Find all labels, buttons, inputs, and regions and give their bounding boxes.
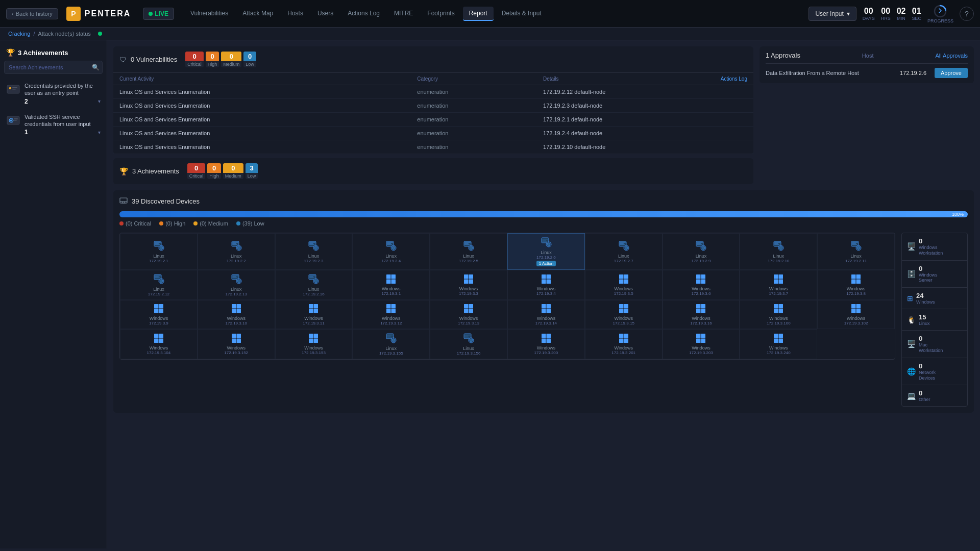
svg-rect-127 xyxy=(469,309,474,314)
achievement-content-1: Credentials provided by the user as an e… xyxy=(24,82,101,105)
achievement-expand-1[interactable]: ▾ xyxy=(98,98,101,104)
device-cell[interactable]: Linux 172.19.2.1 xyxy=(120,233,198,270)
achievements-sub-title: 3 Achievements xyxy=(132,167,179,175)
table-row[interactable]: Linux OS and Services Enumeration enumer… xyxy=(113,127,753,140)
nav-footprints[interactable]: Footprints xyxy=(421,7,460,21)
approve-button[interactable]: Approve xyxy=(935,68,968,78)
device-cell[interactable]: Windows 172.19.3.102 xyxy=(817,300,895,329)
device-cell[interactable]: Windows 172.19.3.240 xyxy=(740,329,817,359)
achievement-meta-2: 1 ▾ xyxy=(24,129,101,136)
device-cell[interactable]: Linux 172.19.2.3 xyxy=(275,233,353,270)
device-ip: 172.19.2.3 xyxy=(304,259,324,263)
device-cell[interactable]: Windows 172.19.3.16 xyxy=(663,300,740,329)
device-cell[interactable]: Windows 172.19.3.104 xyxy=(120,329,198,359)
device-cell[interactable]: Linux 172.19.2.10 xyxy=(740,233,817,270)
device-icon-container xyxy=(773,240,784,253)
all-approvals-link[interactable]: All Approvals xyxy=(935,53,968,59)
device-name: Windows xyxy=(769,345,788,350)
nav-report[interactable]: Report xyxy=(463,7,494,21)
table-row[interactable]: Linux OS and Services Enumeration enumer… xyxy=(113,113,753,127)
device-cell[interactable]: Windows 172.19.3.203 xyxy=(663,329,740,359)
ach-medium-badge: 0 Medium xyxy=(223,163,243,179)
svg-rect-137 xyxy=(701,304,706,309)
device-cell[interactable]: Linux 172.19.2.5 xyxy=(430,233,507,270)
nav-vulnerabilities[interactable]: Vulnerabilities xyxy=(184,7,234,21)
svg-rect-121 xyxy=(391,304,396,309)
back-button[interactable]: ‹ Back to history xyxy=(6,8,58,19)
device-cell[interactable]: Windows 172.19.3.12 xyxy=(352,300,430,329)
achievement-count-1: 2 xyxy=(24,98,28,105)
cat-other: 💻 0 Other xyxy=(902,385,967,406)
device-cell[interactable]: Linux 172.19.2.11 xyxy=(817,233,895,270)
table-row[interactable]: Linux OS and Services Enumeration enumer… xyxy=(113,140,753,154)
device-cell[interactable]: Linux 172.19.3.155 xyxy=(352,329,430,359)
svg-rect-5 xyxy=(12,89,16,90)
device-cell[interactable]: Windows 172.19.3.100 xyxy=(740,300,817,329)
nav-details-input[interactable]: Details & Input xyxy=(496,7,548,21)
svg-rect-58 xyxy=(774,244,779,245)
device-cell[interactable]: Windows 172.19.3.6 xyxy=(663,270,740,300)
device-cell[interactable]: Linux 172.19.3.156 xyxy=(430,329,507,359)
vuln-table: Current Activity Category Details Action… xyxy=(113,73,753,154)
search-icon[interactable]: 🔍 xyxy=(92,64,100,71)
device-cell[interactable]: Linux 172.19.2.6 1 Action xyxy=(507,233,585,270)
svg-rect-53 xyxy=(697,244,702,245)
svg-rect-155 xyxy=(236,339,241,343)
breadcrumb-cracking[interactable]: Cracking xyxy=(8,31,30,37)
device-cell[interactable]: Windows 172.19.3.3 xyxy=(430,270,507,300)
achievement-item-2[interactable]: Validated SSH service credentials from u… xyxy=(0,109,107,140)
device-icon-container xyxy=(231,273,242,286)
achievement-item-1[interactable]: Credentials provided by the user as an e… xyxy=(0,78,107,109)
user-input-button[interactable]: User Input ▾ xyxy=(808,7,856,21)
device-cell[interactable]: Windows 172.19.3.7 xyxy=(740,270,817,300)
device-cell[interactable]: Windows 172.19.3.5 xyxy=(585,270,663,300)
achievement-expand-2[interactable]: ▾ xyxy=(98,130,101,135)
device-cell[interactable]: Windows 172.19.3.15 xyxy=(585,300,663,329)
device-name: Linux xyxy=(386,346,397,351)
device-cell[interactable]: Windows 172.19.3.152 xyxy=(198,329,275,359)
device-cell[interactable]: Linux 172.19.2.7 xyxy=(585,233,663,270)
svg-rect-37 xyxy=(464,243,469,244)
device-cell[interactable]: Windows 172.19.3.4 xyxy=(507,270,585,300)
device-cell[interactable]: Windows 172.19.3.9 xyxy=(120,300,198,329)
svg-rect-120 xyxy=(386,304,391,309)
device-cell[interactable]: Linux 172.19.2.2 xyxy=(198,233,275,270)
device-cell[interactable]: Windows 172.19.3.13 xyxy=(430,300,507,329)
device-name: Windows xyxy=(537,286,556,291)
nav-actions-log[interactable]: Actions Log xyxy=(341,7,386,21)
search-input[interactable] xyxy=(4,61,103,74)
device-cell[interactable]: Windows 172.19.3.10 xyxy=(198,300,275,329)
actions-log-link[interactable]: Actions Log xyxy=(721,76,747,82)
device-ip: 172.19.3.203 xyxy=(689,350,713,355)
device-cell[interactable]: Windows 172.19.3.11 xyxy=(275,300,353,329)
device-name: Windows xyxy=(537,316,556,321)
device-cell[interactable]: Linux 172.19.2.13 xyxy=(198,270,275,300)
device-cell[interactable]: Windows 172.19.3.14 xyxy=(507,300,585,329)
achievements-subsection: 🏆 3 Achievements 0 Critical 0 High xyxy=(113,158,753,184)
device-cell[interactable]: Windows 172.19.3.1 xyxy=(352,270,430,300)
device-cell[interactable]: Windows 172.19.3.8 xyxy=(817,270,895,300)
live-dot xyxy=(149,12,153,16)
table-row[interactable]: Linux OS and Services Enumeration enumer… xyxy=(113,85,753,99)
help-button[interactable]: ? xyxy=(960,7,974,21)
device-cell[interactable]: Linux 172.19.2.12 xyxy=(120,270,198,300)
svg-rect-124 xyxy=(464,304,469,309)
device-cell[interactable]: Windows 172.19.3.153 xyxy=(275,329,353,359)
device-name: Linux xyxy=(618,254,629,259)
nav-hosts[interactable]: Hosts xyxy=(281,7,309,21)
table-row[interactable]: Linux OS and Services Enumeration enumer… xyxy=(113,99,753,113)
devices-section: 39 Discovered Devices 100% (0) Critical … xyxy=(113,190,974,413)
device-cell[interactable]: Linux 172.19.2.16 xyxy=(275,270,353,300)
approvals-title: 1 Approvals xyxy=(766,52,800,59)
device-cell[interactable]: Windows 172.19.3.200 xyxy=(507,329,585,359)
nav-mitre[interactable]: MITRE xyxy=(388,7,419,21)
nav-users[interactable]: Users xyxy=(311,7,339,21)
device-cell[interactable]: Linux 172.19.2.9 xyxy=(663,233,740,270)
device-cell[interactable]: Linux 172.19.2.4 xyxy=(352,233,430,270)
device-name: Windows xyxy=(304,345,323,350)
device-cell[interactable]: Windows 172.19.3.201 xyxy=(585,329,663,359)
nav-attack-map[interactable]: Attack Map xyxy=(236,7,279,21)
linux-device-icon xyxy=(308,273,319,285)
device-icon-container xyxy=(850,240,862,253)
achievement-content-2: Validated SSH service credentials from u… xyxy=(24,113,101,136)
